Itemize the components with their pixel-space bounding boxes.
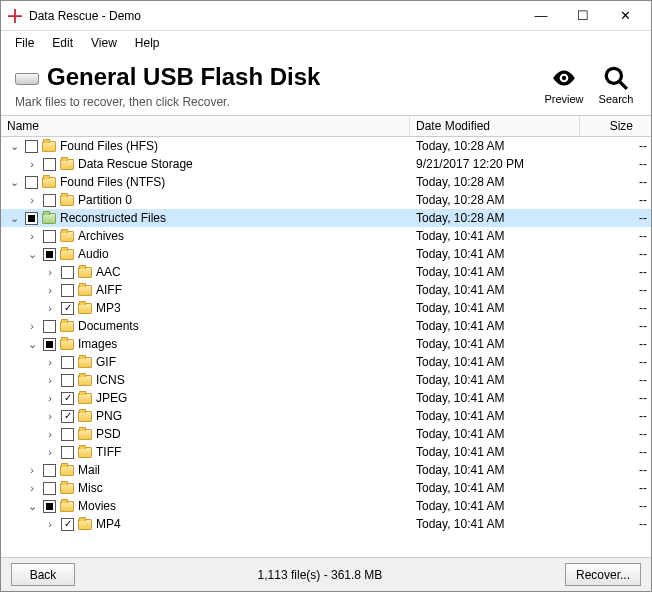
tree-row[interactable]: ⌄Reconstructed FilesToday, 10:28 AM-- (1, 209, 651, 227)
tree-row[interactable]: ›MP4Today, 10:41 AM-- (1, 515, 651, 533)
checkbox[interactable] (43, 194, 56, 207)
checkbox[interactable] (43, 464, 56, 477)
tree-row[interactable]: ⌄AudioToday, 10:41 AM-- (1, 245, 651, 263)
checkbox[interactable] (61, 302, 74, 315)
file-tree[interactable]: ⌄Found Files (HFS)Today, 10:28 AM--›Data… (1, 137, 651, 557)
menu-file[interactable]: File (7, 34, 42, 52)
chevron-down-icon[interactable]: ⌄ (25, 248, 39, 261)
menu-edit[interactable]: Edit (44, 34, 81, 52)
row-date: Today, 10:28 AM (410, 139, 580, 153)
tree-row[interactable]: ›Partition 0Today, 10:28 AM-- (1, 191, 651, 209)
preview-button[interactable]: Preview (543, 65, 585, 105)
back-button[interactable]: Back (11, 563, 75, 586)
chevron-right-icon[interactable]: › (43, 374, 57, 386)
folder-icon (60, 483, 74, 494)
menu-help[interactable]: Help (127, 34, 168, 52)
chevron-right-icon[interactable]: › (25, 230, 39, 242)
search-button[interactable]: Search (595, 65, 637, 105)
chevron-right-icon[interactable]: › (25, 194, 39, 206)
row-size: -- (580, 319, 651, 333)
chevron-down-icon[interactable]: ⌄ (25, 338, 39, 351)
tree-row[interactable]: ›PNGToday, 10:41 AM-- (1, 407, 651, 425)
tree-row[interactable]: ›TIFFToday, 10:41 AM-- (1, 443, 651, 461)
checkbox[interactable] (25, 140, 38, 153)
header-left: General USB Flash Disk Mark files to rec… (15, 63, 543, 109)
checkbox[interactable] (25, 212, 38, 225)
tree-row[interactable]: ›MailToday, 10:41 AM-- (1, 461, 651, 479)
row-date: Today, 10:28 AM (410, 175, 580, 189)
chevron-right-icon[interactable]: › (25, 482, 39, 494)
tree-row[interactable]: ›AACToday, 10:41 AM-- (1, 263, 651, 281)
checkbox[interactable] (61, 266, 74, 279)
row-date: Today, 10:41 AM (410, 355, 580, 369)
checkbox[interactable] (61, 392, 74, 405)
checkbox[interactable] (43, 500, 56, 513)
checkbox[interactable] (61, 518, 74, 531)
row-size: -- (580, 391, 651, 405)
chevron-right-icon[interactable]: › (43, 518, 57, 530)
chevron-down-icon[interactable]: ⌄ (7, 176, 21, 189)
checkbox[interactable] (61, 410, 74, 423)
maximize-button[interactable]: ☐ (563, 2, 603, 30)
tree-row[interactable]: ›MiscToday, 10:41 AM-- (1, 479, 651, 497)
checkbox[interactable] (61, 446, 74, 459)
checkbox[interactable] (61, 284, 74, 297)
tree-row[interactable]: ›ArchivesToday, 10:41 AM-- (1, 227, 651, 245)
recover-button[interactable]: Recover... (565, 563, 641, 586)
app-icon (7, 8, 23, 24)
tree-row[interactable]: ›GIFToday, 10:41 AM-- (1, 353, 651, 371)
chevron-right-icon[interactable]: › (25, 158, 39, 170)
checkbox[interactable] (43, 338, 56, 351)
checkbox[interactable] (43, 248, 56, 261)
checkbox[interactable] (43, 320, 56, 333)
tree-row[interactable]: ⌄MoviesToday, 10:41 AM-- (1, 497, 651, 515)
minimize-button[interactable]: — (521, 2, 561, 30)
column-date[interactable]: Date Modified (410, 116, 580, 136)
checkbox[interactable] (43, 230, 56, 243)
chevron-right-icon[interactable]: › (25, 320, 39, 332)
column-name[interactable]: Name (1, 116, 410, 136)
chevron-right-icon[interactable]: › (25, 464, 39, 476)
tree-row[interactable]: ⌄Found Files (NTFS)Today, 10:28 AM-- (1, 173, 651, 191)
chevron-right-icon[interactable]: › (43, 302, 57, 314)
chevron-down-icon[interactable]: ⌄ (7, 212, 21, 225)
row-date: Today, 10:41 AM (410, 445, 580, 459)
checkbox[interactable] (25, 176, 38, 189)
folder-icon (60, 195, 74, 206)
menu-view[interactable]: View (83, 34, 125, 52)
checkbox[interactable] (43, 482, 56, 495)
tree-row[interactable]: ›ICNSToday, 10:41 AM-- (1, 371, 651, 389)
tree-row[interactable]: ›DocumentsToday, 10:41 AM-- (1, 317, 651, 335)
titlebar[interactable]: Data Rescue - Demo — ☐ ✕ (1, 1, 651, 31)
tree-row[interactable]: ›JPEGToday, 10:41 AM-- (1, 389, 651, 407)
chevron-right-icon[interactable]: › (43, 428, 57, 440)
checkbox[interactable] (61, 428, 74, 441)
tree-row[interactable]: ›MP3Today, 10:41 AM-- (1, 299, 651, 317)
chevron-right-icon[interactable]: › (43, 356, 57, 368)
row-label: Found Files (HFS) (60, 139, 158, 153)
row-label: AIFF (96, 283, 122, 297)
tree-row[interactable]: ›AIFFToday, 10:41 AM-- (1, 281, 651, 299)
chevron-right-icon[interactable]: › (43, 392, 57, 404)
tree-row[interactable]: ›PSDToday, 10:41 AM-- (1, 425, 651, 443)
close-button[interactable]: ✕ (605, 2, 645, 30)
checkbox[interactable] (61, 374, 74, 387)
column-size[interactable]: Size (580, 116, 651, 136)
chevron-down-icon[interactable]: ⌄ (25, 500, 39, 513)
tree-row[interactable]: ⌄ImagesToday, 10:41 AM-- (1, 335, 651, 353)
tree-row[interactable]: ›Data Rescue Storage9/21/2017 12:20 PM-- (1, 155, 651, 173)
page-subtitle: Mark files to recover, then click Recove… (15, 95, 543, 109)
search-icon (603, 65, 629, 91)
chevron-right-icon[interactable]: › (43, 284, 57, 296)
row-label: Found Files (NTFS) (60, 175, 165, 189)
chevron-right-icon[interactable]: › (43, 446, 57, 458)
row-size: -- (580, 463, 651, 477)
checkbox[interactable] (43, 158, 56, 171)
chevron-down-icon[interactable]: ⌄ (7, 140, 21, 153)
chevron-right-icon[interactable]: › (43, 410, 57, 422)
column-headers: Name Date Modified Size (1, 115, 651, 137)
folder-icon (42, 213, 56, 224)
tree-row[interactable]: ⌄Found Files (HFS)Today, 10:28 AM-- (1, 137, 651, 155)
checkbox[interactable] (61, 356, 74, 369)
chevron-right-icon[interactable]: › (43, 266, 57, 278)
